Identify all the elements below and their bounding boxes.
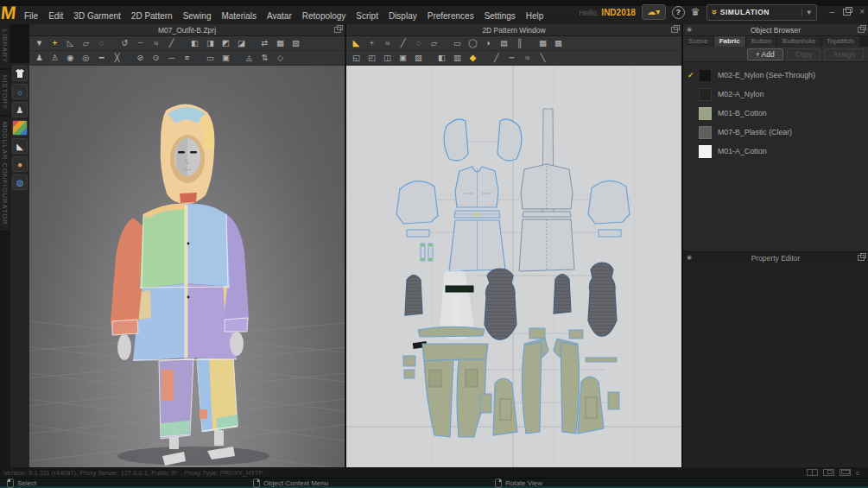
head-library-icon[interactable]: ● [12, 156, 28, 172]
menu-item-avatar[interactable]: Avatar [262, 10, 297, 22]
unfold-icon[interactable]: ◱ [350, 52, 363, 64]
menu-item-3d-garment[interactable]: 3D Garment [68, 10, 125, 22]
copy-button[interactable]: Copy [787, 48, 821, 60]
avatar-library-icon[interactable]: ♟ [12, 102, 28, 117]
wind-controller-icon[interactable]: ▭ [204, 52, 217, 64]
quad-view-icon[interactable] [823, 469, 834, 476]
zipper-tool-icon[interactable]: ≡ [181, 52, 193, 64]
search-library-icon[interactable]: ☼ [12, 84, 28, 99]
select-lasso-icon[interactable]: ◌ [95, 37, 108, 49]
menu-item-display[interactable]: Display [383, 10, 422, 22]
add-point-icon[interactable]: ◌ [412, 37, 425, 49]
menu-item-preferences[interactable]: Preferences [422, 10, 479, 22]
menu-item-help[interactable]: Help [521, 10, 549, 22]
avatar-pose-icon[interactable]: ♙ [48, 52, 61, 64]
show-garment-front-icon[interactable]: ◧ [188, 37, 201, 49]
fabric-item[interactable]: M02-A_Nylon [683, 85, 868, 104]
menu-item-file[interactable]: File [19, 10, 43, 22]
single-view-icon[interactable] [807, 469, 818, 476]
swap-view-icon[interactable]: ⇄ [258, 37, 271, 49]
undock-icon[interactable] [334, 27, 341, 33]
simulate-icon[interactable]: ▼ [33, 37, 46, 49]
avatar-figure[interactable] [111, 104, 249, 466]
render-icon[interactable]: ◬ [243, 52, 256, 64]
avatar-measure-icon[interactable]: ╳ [111, 52, 124, 64]
button-tool-icon[interactable]: ⊙ [149, 52, 162, 64]
3d-scene[interactable] [29, 66, 345, 467]
pattern-canvas[interactable] [346, 66, 681, 467]
menu-item-settings[interactable]: Settings [479, 10, 521, 22]
symmetric-pattern-icon[interactable]: ◫ [381, 52, 394, 64]
garment-library-icon[interactable] [12, 66, 28, 81]
tab-topstitch[interactable]: Topstitch [821, 36, 860, 47]
pin-needle-icon[interactable]: ╱ [165, 37, 178, 49]
seam-allowance-icon[interactable]: ▤ [497, 37, 510, 49]
fabric-library-icon[interactable] [12, 120, 28, 136]
dart-tool-icon[interactable]: ◗ [482, 37, 495, 49]
quilting-icon[interactable]: ◪ [235, 37, 248, 49]
minimize-icon[interactable]: – [830, 8, 835, 16]
clone-pattern-icon[interactable]: ▣ [396, 52, 409, 64]
cloud-sync-icon[interactable]: ☁▾ [642, 4, 666, 20]
tab-button[interactable]: Button [746, 36, 777, 47]
stage-library-icon[interactable]: ◍ [12, 174, 28, 190]
tab-scene[interactable]: Scene [683, 36, 714, 47]
solidify-icon[interactable]: ◩ [219, 37, 232, 49]
free-sewing-icon[interactable]: ≈ [149, 37, 162, 49]
pattern-grid-icon[interactable]: ▦ [536, 37, 549, 49]
close-icon[interactable]: × [859, 8, 865, 16]
trim-library-icon[interactable]: ◣ [12, 138, 28, 154]
edit-curve-point-icon[interactable]: ╱ [396, 37, 409, 49]
3d-viewport[interactable] [29, 66, 345, 467]
menu-item-materials[interactable]: Materials [216, 10, 262, 22]
arrangement-icon[interactable]: ↺ [118, 37, 131, 49]
rail-tab-library[interactable]: LIBRARY [0, 24, 10, 70]
rail-tab-history[interactable]: HISTORY [0, 70, 10, 117]
menu-item-retopology[interactable]: Retopology [297, 10, 352, 22]
show-sewing-icon[interactable]: ◆ [466, 52, 479, 64]
fabric-item[interactable]: M07-B_Plastic (Clear) [683, 123, 868, 142]
restore-icon[interactable] [843, 9, 851, 16]
trace-icon[interactable]: ▨ [412, 52, 425, 64]
grid-small-icon[interactable]: ▦ [274, 37, 287, 49]
help-icon[interactable]: ? [672, 6, 685, 19]
menu-item-sewing[interactable]: Sewing [178, 10, 217, 22]
fabric-texture-icon[interactable]: ▣ [219, 52, 232, 64]
fold-icon[interactable]: ◰ [365, 52, 378, 64]
property-editor-titlebar[interactable]: ◉ Property Editor [683, 251, 868, 263]
refresh-icon[interactable]: c [856, 469, 859, 477]
assign-button[interactable]: Assign [824, 48, 864, 60]
tab-buttonhole[interactable]: Buttonhole [777, 36, 821, 47]
scene-light-icon[interactable]: ⇅ [258, 52, 271, 64]
tack-icon[interactable]: ┄ [134, 37, 147, 49]
menu-item-script[interactable]: Script [351, 10, 383, 22]
avatar-tape-icon[interactable]: ━ [95, 52, 108, 64]
fabric-item[interactable]: ✓M02-E_Nylon (See-Through) [683, 66, 868, 85]
transform-pattern-icon[interactable]: ◣ [350, 37, 363, 49]
object-browser-titlebar[interactable]: ◉ Object Browser [683, 24, 868, 36]
avatar-display-icon[interactable]: ♟ [33, 52, 46, 64]
edit-pattern-icon[interactable]: + [365, 37, 378, 49]
undock-icon[interactable] [671, 27, 678, 33]
rail-tab-modular-configurator[interactable]: MODULAR CONFIGURATOR [0, 117, 10, 232]
select-box-icon[interactable]: ▱ [79, 37, 92, 49]
crown-icon[interactable]: ♛ [691, 6, 700, 18]
edit-sewing-icon[interactable]: ╱ [490, 52, 503, 64]
menu-item-edit[interactable]: Edit [43, 10, 68, 22]
select-move-icon[interactable]: + [48, 37, 61, 49]
pattern-grid-large-icon[interactable]: ▩ [552, 37, 565, 49]
scissor-cut-icon[interactable]: ⊘ [134, 52, 147, 64]
undock-icon[interactable] [858, 255, 865, 261]
free-sewing-2d-icon[interactable]: ≈ [521, 52, 534, 64]
undock-icon[interactable] [858, 27, 865, 33]
fabric-item[interactable]: M01-B_Cotton [683, 104, 868, 123]
fabric-item[interactable]: M01-A_Cotton [683, 142, 868, 161]
tab-fabric[interactable]: Fabric [714, 36, 746, 47]
edit-curvature-icon[interactable]: ≈ [381, 37, 394, 49]
grid-large-icon[interactable]: ▧ [289, 37, 302, 49]
notch-tool-icon[interactable]: ║ [513, 37, 526, 49]
gizmo-icon[interactable]: ◇ [274, 52, 287, 64]
rectangle-tool-icon[interactable]: ▭ [451, 37, 464, 49]
pin-icon[interactable]: ◉ [687, 26, 692, 33]
show-3d-pattern-icon[interactable]: ◧ [435, 52, 448, 64]
